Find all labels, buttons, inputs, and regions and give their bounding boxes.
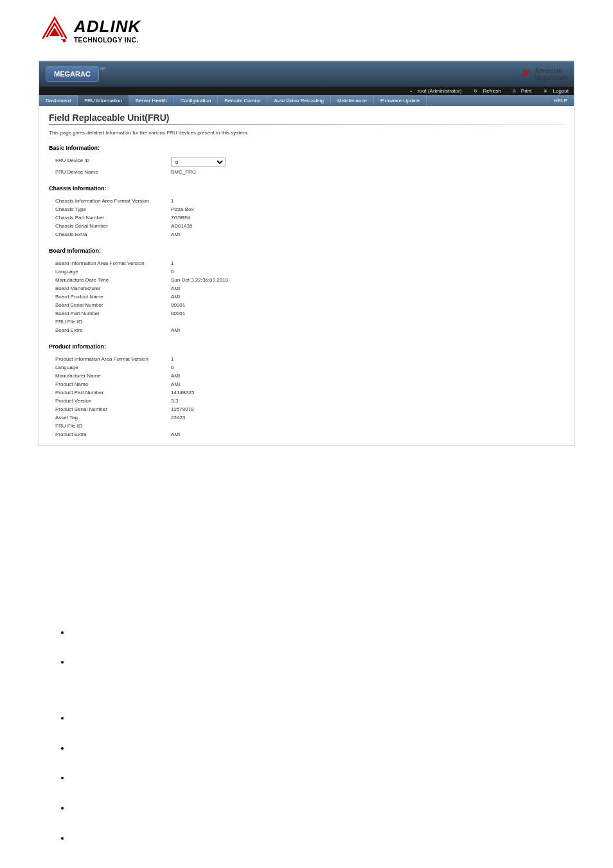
- menu-video[interactable]: Auto Video Recording: [267, 95, 331, 106]
- board-prod-value: AMI: [171, 294, 564, 300]
- chassis-pn-label: Chassis Part Number: [55, 215, 171, 221]
- product-lang-value: 0: [171, 365, 564, 370]
- menu-fru[interactable]: FRU Information: [78, 95, 129, 106]
- menubar: Dashboard FRU Information Server Health …: [39, 95, 574, 106]
- board-pn-value: 00001: [171, 311, 564, 316]
- board-lang-label: Language: [55, 269, 171, 275]
- adlink-logo-text: ADLINK: [74, 17, 141, 37]
- body-b1: FRU device ID - Select the device ID fro…: [71, 625, 568, 641]
- product-name-label: Product Name: [55, 381, 171, 387]
- product-sn-label: Product Serial Number: [55, 406, 171, 412]
- product-extra-label: Product Extra: [55, 431, 171, 437]
- body-c5: Chassis Extra: [71, 831, 568, 847]
- board-heading: Board Information:: [49, 248, 564, 254]
- product-file-value: [171, 423, 564, 429]
- board-file-value: [171, 319, 564, 325]
- body-p1: The FRU Information Page displays the BM…: [45, 542, 568, 590]
- chassis-type-value: Pizza Box: [171, 206, 564, 212]
- product-fmt-label: Product Information Area Format Version: [55, 356, 171, 362]
- chassis-fmt-label: Chassis Information Area Format Version: [55, 198, 171, 204]
- menu-dashboard[interactable]: Dashboard: [39, 95, 78, 106]
- board-date-label: Manufacture Date Time: [55, 277, 171, 283]
- menu-config[interactable]: Configuration: [174, 95, 218, 106]
- product-heading: Product Information:: [49, 343, 564, 350]
- body-text: The FRU Information Page displays the BM…: [39, 542, 574, 846]
- adlink-logo: ADLINK TECHNOLOGY INC.: [39, 13, 574, 48]
- chassis-extra-label: Chassis Extra: [55, 231, 171, 237]
- product-name-value: AMI: [171, 381, 564, 387]
- menu-health[interactable]: Server Health: [129, 95, 174, 106]
- board-fmt-label: Board Information Area Format Version: [55, 260, 171, 266]
- adlink-triangle-icon: [39, 13, 71, 48]
- product-pn-label: Product Part Number: [55, 390, 171, 395]
- menu-maint[interactable]: Maintenance: [331, 95, 374, 106]
- product-asset-label: Asset Tag: [55, 415, 171, 420]
- chassis-fmt-value: 1: [171, 198, 564, 204]
- menu-fw[interactable]: Firmware Update: [374, 95, 427, 106]
- board-sn-label: Board Serial Number: [55, 302, 171, 308]
- title-underline: [49, 124, 564, 125]
- board-extra-label: Board Extra: [55, 327, 171, 333]
- product-extra-value: AMI: [171, 431, 564, 437]
- board-file-label: FRU File ID: [55, 319, 171, 325]
- svg-rect-1: [523, 73, 528, 75]
- body-c1: Area Format Version: [71, 710, 568, 727]
- fru-name-label: FRU Device Name: [55, 169, 171, 175]
- chassis-sn-value: AD61435: [171, 223, 564, 229]
- print-link[interactable]: ⎙Print: [508, 88, 531, 94]
- board-mfr-value: AMI: [171, 285, 564, 291]
- page-title: Field Replaceable Unit(FRU): [49, 113, 564, 123]
- fru-screenshot: MEGARACSP American Megatrends •root (Adm…: [39, 60, 574, 446]
- board-date-value: Sun Oct 3 22:36:00 2010: [171, 277, 564, 283]
- product-mfr-label: Manufacturer Name: [55, 373, 171, 379]
- board-sn-value: 00001: [171, 302, 564, 308]
- chassis-pn-value: 7G5RE4: [171, 215, 564, 221]
- chassis-sn-label: Chassis Serial Number: [55, 223, 171, 229]
- fru-id-select[interactable]: 0: [171, 158, 226, 167]
- product-ver-label: Product Version: [55, 398, 171, 404]
- adlink-logo-subtext: TECHNOLOGY INC.: [74, 37, 141, 44]
- fru-id-label: FRU Device ID: [55, 158, 171, 167]
- body-c3: Chassis Part Number: [71, 770, 568, 786]
- product-ver-value: 3.3: [171, 398, 564, 404]
- user-info: •root (Administrator): [405, 88, 461, 94]
- help-link[interactable]: HELP: [547, 95, 574, 106]
- content-area: Field Replaceable Unit(FRU) This page gi…: [39, 106, 574, 445]
- megarac-badge: MEGARAC: [46, 66, 99, 82]
- product-mfr-value: AMI: [171, 373, 564, 379]
- basic-heading: Basic Information:: [49, 145, 564, 151]
- board-mfr-label: Board Manufacturer: [55, 285, 171, 291]
- body-b2: FRU Device Name - The device name of the…: [71, 655, 568, 671]
- sp-badge: SP: [100, 66, 106, 71]
- chassis-extra-value: AMI: [171, 231, 564, 237]
- am-icon: [520, 68, 532, 80]
- top-links-bar: •root (Administrator) ↻Refresh ⎙Print ✕L…: [39, 87, 574, 95]
- page-desc: This page gives detailed information for…: [49, 130, 564, 136]
- chassis-heading: Chassis Information:: [49, 185, 564, 192]
- am-line2: Megatrends: [534, 74, 567, 81]
- board-lang-value: 0: [171, 269, 564, 275]
- body-c4: Chassis Serial Number: [71, 800, 568, 817]
- chassis-type-label: Chassis Type: [55, 206, 171, 212]
- board-fmt-value: 1: [171, 260, 564, 266]
- board-pn-label: Board Part Number: [55, 311, 171, 316]
- board-extra-value: AMI: [171, 327, 564, 333]
- product-sn-value: 12578078: [171, 406, 564, 412]
- fru-name-value: BMC_FRU: [171, 169, 564, 175]
- body-c2: Chassis Type: [71, 741, 568, 757]
- body-basic-h: Basic Information: [45, 599, 568, 615]
- product-file-label: FRU File ID: [55, 423, 171, 429]
- refresh-link[interactable]: ↻Refresh: [468, 88, 501, 94]
- american-megatrends-logo: American Megatrends: [520, 67, 567, 81]
- board-prod-label: Board Product Name: [55, 294, 171, 300]
- body-chassis-h: Chassis Information: [45, 685, 568, 701]
- product-asset-value: 23423: [171, 415, 564, 420]
- logout-link[interactable]: ✕Logout: [538, 88, 569, 94]
- product-lang-label: Language: [55, 365, 171, 370]
- product-pn-value: 1414B325: [171, 390, 564, 395]
- menu-remote[interactable]: Remote Control: [218, 95, 267, 106]
- product-fmt-value: 1: [171, 356, 564, 362]
